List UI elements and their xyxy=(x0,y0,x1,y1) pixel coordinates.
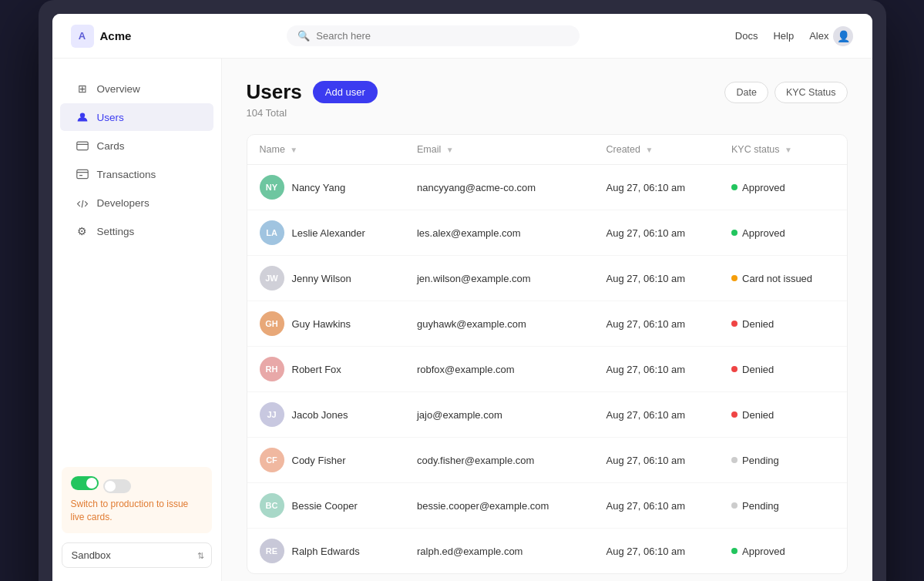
status-label: Approved xyxy=(742,546,785,557)
user-name-cell: Cody Fisher xyxy=(292,455,346,466)
table-row[interactable]: NY Nancy Yang nancyyang@acme-co.com Aug … xyxy=(247,165,847,210)
svg-rect-3 xyxy=(76,170,87,178)
page-subtitle: 104 Total xyxy=(247,107,848,119)
cell-email: jen.wilson@example.com xyxy=(405,256,594,301)
users-icon xyxy=(76,110,89,124)
table-row[interactable]: CF Cody Fisher cody.fisher@example.com A… xyxy=(247,438,847,483)
sidebar-item-transactions[interactable]: Transactions xyxy=(60,160,213,188)
user-name-cell: Guy Hawkins xyxy=(292,318,351,330)
cell-email: ralph.ed@example.com xyxy=(405,529,594,574)
col-created[interactable]: Created ▼ xyxy=(594,135,720,165)
cell-kyc: Pending xyxy=(719,483,846,529)
user-avatar: 👤 xyxy=(833,26,853,46)
banner-text: Switch to production to issue live cards… xyxy=(71,498,203,524)
page-title-row: Users Add user xyxy=(247,80,378,104)
status-label: Denied xyxy=(742,364,774,375)
kyc-sort-icon: ▼ xyxy=(785,146,792,154)
cell-email: nancyyang@acme-co.com xyxy=(405,165,594,210)
col-kyc[interactable]: KYC status ▼ xyxy=(719,135,846,165)
cell-created: Aug 27, 06:10 am xyxy=(594,301,720,347)
user-name-cell: Nancy Yang xyxy=(292,182,346,193)
status-label: Denied xyxy=(742,409,774,421)
page-header: Users Add user Date KYC Status xyxy=(247,80,848,104)
developers-icon xyxy=(76,196,89,210)
user-name-cell: Jenny Wilson xyxy=(292,273,351,284)
kyc-status-filter-button[interactable]: KYC Status xyxy=(774,82,848,103)
user-name: Alex xyxy=(809,30,828,42)
cell-created: Aug 27, 06:10 am xyxy=(594,347,720,392)
cell-created: Aug 27, 06:10 am xyxy=(594,392,720,438)
email-sort-icon: ▼ xyxy=(446,146,454,154)
table-row[interactable]: JW Jenny Wilson jen.wilson@example.com A… xyxy=(247,256,847,301)
add-user-button[interactable]: Add user xyxy=(313,81,378,103)
cell-name: JJ Jacob Jones xyxy=(247,392,405,438)
sandbox-banner: Switch to production to issue live cards… xyxy=(62,467,212,533)
col-name[interactable]: Name ▼ xyxy=(247,135,405,165)
avatar: RH xyxy=(260,357,284,381)
user-name-cell: Jacob Jones xyxy=(292,409,348,421)
date-filter-button[interactable]: Date xyxy=(724,82,768,103)
sidebar-item-overview[interactable]: ⊞ Overview xyxy=(60,75,213,102)
cell-email: jajo@example.com xyxy=(405,392,594,438)
cell-kyc: Approved xyxy=(719,165,846,210)
status-label: Approved xyxy=(742,227,785,239)
status-dot xyxy=(731,321,738,327)
sidebar-item-settings[interactable]: ⚙ Settings xyxy=(60,217,213,245)
cell-kyc: Denied xyxy=(719,301,846,347)
status-dot xyxy=(731,548,738,554)
table-row[interactable]: RE Ralph Edwards ralph.ed@example.com Au… xyxy=(247,529,847,574)
avatar: LA xyxy=(260,220,284,245)
user-menu[interactable]: Alex 👤 xyxy=(809,26,853,46)
table-row[interactable]: LA Leslie Alexander les.alex@example.com… xyxy=(247,210,847,256)
cell-created: Aug 27, 06:10 am xyxy=(594,529,720,574)
status-dot xyxy=(731,366,738,372)
toggle-on[interactable] xyxy=(71,476,99,490)
brand: A Acme xyxy=(71,25,210,48)
table-row[interactable]: GH Guy Hawkins guyhawk@example.com Aug 2… xyxy=(247,301,847,347)
help-link[interactable]: Help xyxy=(773,30,794,42)
sidebar-item-cards[interactable]: Cards xyxy=(60,132,213,160)
sidebar-item-users[interactable]: Users xyxy=(60,103,213,131)
toggle-off[interactable] xyxy=(103,479,131,493)
cell-kyc: Approved xyxy=(719,210,846,256)
sidebar-label-settings: Settings xyxy=(97,226,135,237)
env-select[interactable]: Sandbox xyxy=(62,542,212,568)
status-dot xyxy=(731,184,738,190)
cell-created: Aug 27, 06:10 am xyxy=(594,483,720,529)
transactions-icon xyxy=(76,167,89,181)
table-row[interactable]: RH Robert Fox robfox@example.com Aug 27,… xyxy=(247,347,847,392)
table-row[interactable]: BC Bessie Cooper bessie.cooper@example.c… xyxy=(247,483,847,529)
cell-email: les.alex@example.com xyxy=(405,210,594,256)
cell-created: Aug 27, 06:10 am xyxy=(594,438,720,483)
cell-email: robfox@example.com xyxy=(405,347,594,392)
sidebar-bottom: Switch to production to issue live cards… xyxy=(52,455,221,580)
status-label: Pending xyxy=(742,455,779,466)
avatar: JJ xyxy=(260,402,284,427)
cell-name: GH Guy Hawkins xyxy=(247,301,405,347)
svg-point-0 xyxy=(79,113,84,117)
cell-name: RH Robert Fox xyxy=(247,347,405,392)
table-row[interactable]: JJ Jacob Jones jajo@example.com Aug 27, … xyxy=(247,392,847,438)
avatar: NY xyxy=(260,175,284,200)
col-email[interactable]: Email ▼ xyxy=(405,135,594,165)
avatar: GH xyxy=(260,311,284,336)
content-area: Users Add user Date KYC Status 104 Total… xyxy=(222,59,872,581)
sidebar-nav: ⊞ Overview Users Cards xyxy=(52,74,221,455)
search-input[interactable] xyxy=(316,30,569,42)
created-sort-icon: ▼ xyxy=(645,146,653,154)
sidebar-label-overview: Overview xyxy=(97,83,140,95)
status-dot xyxy=(731,275,738,281)
cell-email: guyhawk@example.com xyxy=(405,301,594,347)
user-name-cell: Bessie Cooper xyxy=(292,500,358,512)
toggle-row xyxy=(71,476,203,493)
search-bar[interactable]: 🔍 xyxy=(287,25,580,46)
users-table: Name ▼ Email ▼ Created ▼ KYC status ▼ NY… xyxy=(247,134,848,574)
cell-name: LA Leslie Alexander xyxy=(247,210,405,256)
docs-link[interactable]: Docs xyxy=(735,30,758,42)
page-title: Users xyxy=(247,80,302,104)
laptop-frame: A Acme 🔍 Docs Help Alex 👤 xyxy=(39,0,886,581)
sidebar-item-developers[interactable]: Developers xyxy=(60,189,213,217)
env-select-wrap[interactable]: Sandbox xyxy=(62,542,212,568)
status-label: Denied xyxy=(742,318,774,330)
cell-name: BC Bessie Cooper xyxy=(247,483,405,529)
